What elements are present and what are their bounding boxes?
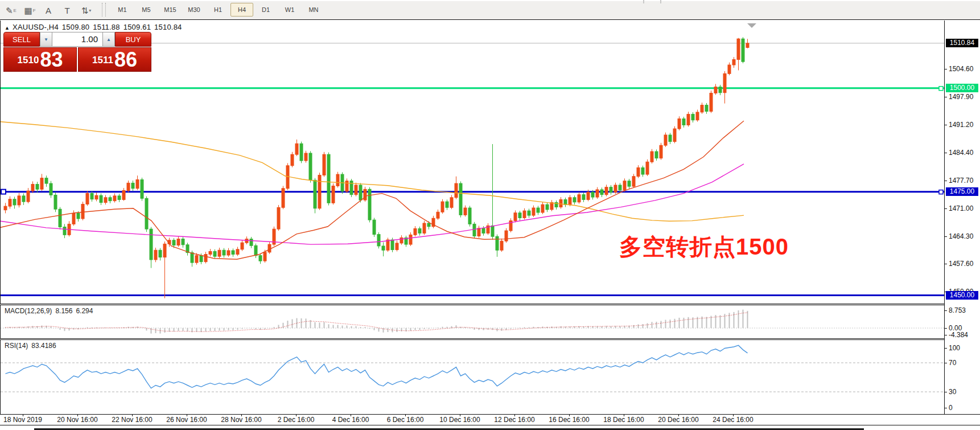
candle[interactable] [300,142,303,163]
candle[interactable] [186,243,189,256]
candle[interactable] [414,226,417,236]
buy-button[interactable]: BUY [115,32,151,47]
candle[interactable] [559,197,562,208]
candle[interactable] [218,248,221,258]
buy-quote-panel[interactable]: 1511 86 [78,47,151,72]
candle[interactable] [582,193,585,202]
candle[interactable] [86,191,89,206]
candle[interactable] [728,63,731,76]
candle[interactable] [509,218,512,232]
candle[interactable] [455,177,458,199]
text-label-icon[interactable]: A [41,3,56,17]
timeframe-button-m30[interactable]: M30 [183,3,205,17]
resistance-line-1500-handle[interactable] [939,87,943,91]
candle[interactable] [259,253,262,264]
chart-shift-marker-icon[interactable] [747,23,756,28]
candle[interactable] [227,248,230,257]
candle[interactable] [68,221,71,236]
candle[interactable] [564,198,567,207]
candle[interactable] [327,153,330,206]
candle[interactable] [610,185,612,195]
candle[interactable] [350,179,353,197]
candle[interactable] [90,191,93,202]
candle[interactable] [641,166,644,177]
candle[interactable] [209,249,212,256]
candle[interactable] [355,183,357,196]
candle[interactable] [505,228,508,243]
candle[interactable] [377,232,380,248]
candle[interactable] [400,235,403,245]
candle[interactable] [691,112,694,122]
macd-pane[interactable] [0,305,944,338]
candle[interactable] [95,193,98,201]
candle[interactable] [541,202,544,214]
candle[interactable] [614,183,617,194]
candle[interactable] [596,187,599,199]
price-axis[interactable]: 1504.601497.901491.201484.401477.701471.… [945,21,980,414]
candle[interactable] [500,239,503,252]
candle[interactable] [432,216,435,228]
candle[interactable] [177,236,180,247]
candle[interactable] [13,196,16,208]
candle[interactable] [273,227,275,246]
candle[interactable] [295,140,298,156]
candle[interactable] [450,195,453,209]
fibonacci-tool-icon[interactable]: ▦F [22,3,38,17]
candle[interactable] [18,193,20,207]
candle[interactable] [250,237,253,248]
timeframe-button-w1[interactable]: W1 [278,3,301,17]
candle[interactable] [54,192,57,212]
candle[interactable] [487,223,489,235]
candle[interactable] [446,199,448,210]
candle[interactable] [182,237,184,248]
candle[interactable] [496,235,499,257]
candle[interactable] [405,236,407,247]
candle[interactable] [150,227,153,268]
candle[interactable] [550,200,553,211]
candle[interactable] [573,195,576,204]
candle[interactable] [628,179,631,189]
candle[interactable] [678,116,681,130]
candle[interactable] [45,175,48,187]
candle[interactable] [473,222,476,239]
candle[interactable] [418,227,421,236]
candle[interactable] [710,91,713,113]
candle[interactable] [441,199,444,214]
candle[interactable] [141,178,143,201]
candle[interactable] [364,187,367,202]
candle[interactable] [277,205,280,231]
candle[interactable] [232,248,234,257]
candle[interactable] [468,206,471,226]
candle[interactable] [464,206,467,217]
rsi-pane[interactable] [0,340,944,414]
candle[interactable] [4,203,7,213]
sell-button[interactable]: SELL [3,32,40,47]
timeframe-button-mn[interactable]: MN [302,3,325,17]
volume-input[interactable]: 1.00 [52,32,102,47]
candle[interactable] [546,203,549,212]
candle[interactable] [9,196,11,209]
candle[interactable] [332,183,335,204]
candle[interactable] [368,187,371,223]
candle[interactable] [477,226,480,237]
candle[interactable] [687,112,690,126]
candle[interactable] [696,110,699,122]
drawing-tools-icon[interactable]: ✎E [3,3,19,17]
arrows-tool-icon[interactable]: ⇅▾ [79,3,94,17]
candle[interactable] [318,173,321,210]
candle[interactable] [646,159,649,176]
candle[interactable] [204,252,207,263]
candle[interactable] [373,218,376,236]
sell-quote-panel[interactable]: 1510 83 [3,47,77,72]
candle[interactable] [145,196,148,232]
candle[interactable] [241,240,244,251]
text-tool-icon[interactable]: T [60,3,75,17]
candle[interactable] [737,38,740,71]
candle[interactable] [27,188,30,203]
candle[interactable] [81,202,84,220]
candle[interactable] [154,248,157,262]
candle[interactable] [314,178,316,214]
candle[interactable] [309,151,312,182]
candle[interactable] [113,194,116,203]
candle[interactable] [131,181,134,191]
